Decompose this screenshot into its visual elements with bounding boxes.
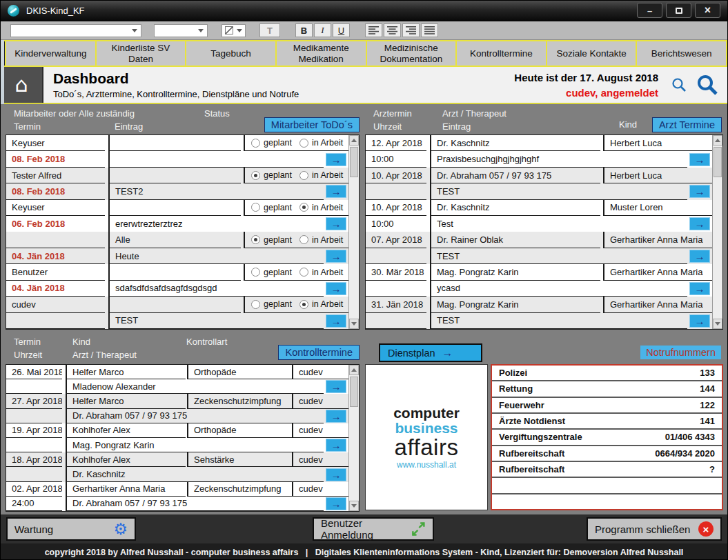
programm-schliessen-button[interactable]: Programm schließen: [587, 517, 722, 541]
scroll-up-icon[interactable]: [349, 135, 359, 146]
tab-kontrolltermine[interactable]: Kontrolltermine: [457, 41, 547, 66]
open-todo-arrow-button[interactable]: [326, 185, 346, 198]
entry-field[interactable]: TEST: [110, 313, 324, 329]
notruf-row: Feuerwehr122: [492, 398, 722, 414]
scroll-thumb[interactable]: [350, 147, 358, 177]
open-arzt-arrow-button[interactable]: [689, 314, 710, 328]
minimize-icon[interactable]: [637, 3, 662, 18]
scrollbar[interactable]: [348, 365, 359, 511]
termin-date-cell: 19. Apr 2018: [6, 423, 62, 438]
radio-in-arbeit[interactable]: [299, 268, 308, 277]
open-todo-arrow-button[interactable]: [326, 153, 346, 166]
radio-geplant[interactable]: [251, 235, 260, 244]
close-icon[interactable]: [695, 3, 720, 18]
radio-in-arbeit[interactable]: [299, 300, 308, 309]
tab-kinderliste-sv-daten[interactable]: Kinderliste SV Daten: [97, 41, 187, 66]
radio-geplant[interactable]: [251, 203, 260, 212]
tab-tagebuch[interactable]: Tagebuch: [186, 41, 277, 66]
eintrag-cell[interactable]: TEST: [431, 313, 687, 329]
kind-cell: Gerhartiker Anna Maria: [67, 482, 186, 497]
eintrag-cell[interactable]: Test: [431, 216, 687, 232]
radio-in-arbeit[interactable]: [299, 235, 308, 244]
scrollbar[interactable]: [348, 135, 359, 329]
radio-in-arbeit[interactable]: [299, 171, 308, 180]
entry-field[interactable]: Heute: [110, 248, 324, 264]
open-todo-arrow-button[interactable]: [326, 250, 346, 263]
scroll-down-icon[interactable]: [349, 319, 359, 329]
wartung-button[interactable]: Wartung: [6, 517, 136, 541]
tab-kinderverwaltung[interactable]: Kinderverwaltung: [5, 41, 97, 66]
eintrag-cell[interactable]: Praxisbesuchgjhgjhgjhghf: [431, 151, 687, 167]
align-right-button[interactable]: [402, 23, 420, 37]
open-kontroll-arrow-button[interactable]: [326, 497, 346, 510]
entry-field[interactable]: [110, 151, 324, 167]
scroll-up-icon[interactable]: [349, 365, 359, 375]
open-kontroll-arrow-button[interactable]: [326, 439, 346, 452]
arzt-cell: Mag. Pongratz Karin: [431, 264, 600, 280]
align-justify-button[interactable]: [421, 23, 438, 37]
open-todo-arrow-button[interactable]: [326, 314, 346, 328]
termin-date-cell: [6, 313, 105, 329]
font-size-select[interactable]: [154, 24, 208, 37]
entry-top-field[interactable]: [110, 200, 241, 216]
font-color-picker[interactable]: [222, 24, 246, 37]
entry-top-field[interactable]: Alle: [110, 232, 241, 248]
mitarbeiter-todos-button[interactable]: Mitarbeiter ToDo´s: [264, 117, 360, 132]
eintrag-cell[interactable]: ycasd: [431, 281, 687, 297]
dienstplan-button[interactable]: Dienstplan: [379, 343, 482, 362]
notruf-panel: Polizei133 Rettung144 Feuerwehr122 Ärzte…: [491, 364, 723, 510]
eintrag-cell[interactable]: TEST: [431, 183, 687, 199]
search-small-icon[interactable]: [671, 77, 687, 93]
open-kontroll-arrow-button[interactable]: [326, 380, 346, 393]
align-left-button[interactable]: [365, 23, 382, 37]
tab-soziale-kontakte[interactable]: Soziale Kontakte: [547, 41, 638, 66]
open-arzt-arrow-button[interactable]: [689, 250, 710, 263]
kontrolltermine-button[interactable]: Kontrolltermine: [278, 345, 360, 360]
open-kontroll-arrow-button[interactable]: [326, 468, 346, 481]
entry-top-field[interactable]: [110, 135, 241, 151]
scrollbar[interactable]: [712, 135, 722, 329]
tab-berichtswesen[interactable]: Berichtswesen: [637, 41, 727, 66]
open-todo-arrow-button[interactable]: [326, 217, 346, 230]
scroll-thumb[interactable]: [714, 147, 722, 177]
open-arzt-arrow-button[interactable]: [689, 282, 710, 295]
radio-geplant[interactable]: [251, 139, 260, 148]
open-todo-arrow-button[interactable]: [326, 282, 346, 295]
align-center-button[interactable]: [384, 23, 401, 37]
user-cell: cudev: [292, 423, 348, 438]
maximize-icon[interactable]: [666, 3, 691, 18]
entry-top-field[interactable]: [110, 297, 241, 312]
open-arzt-arrow-button[interactable]: [689, 153, 710, 166]
radio-in-arbeit[interactable]: [299, 139, 308, 148]
notruf-number: 01/406 4343: [665, 432, 715, 442]
home-icon[interactable]: [1, 67, 43, 103]
radio-geplant[interactable]: [251, 171, 260, 180]
benutzer-anmeldung-button[interactable]: Benutzer Anmeldung: [313, 517, 434, 541]
text-color-button[interactable]: T: [259, 23, 280, 37]
italic-button[interactable]: I: [314, 23, 331, 37]
entry-field[interactable]: TEST2: [110, 183, 324, 199]
search-large-icon[interactable]: [696, 73, 719, 97]
scroll-up-icon[interactable]: [713, 135, 722, 146]
radio-geplant[interactable]: [251, 268, 260, 277]
scroll-down-icon[interactable]: [349, 501, 359, 511]
tab-medikamente-medikation[interactable]: Medikamente Medikation: [277, 41, 367, 66]
entry-field[interactable]: sdafsdfdsafdsagfdsgdsgd: [110, 281, 324, 297]
scroll-thumb[interactable]: [350, 377, 358, 407]
open-kontroll-arrow-button[interactable]: [326, 410, 346, 423]
radio-in-arbeit[interactable]: [299, 203, 308, 212]
arzt-termine-button[interactable]: Arzt Termine: [652, 117, 722, 132]
eintrag-cell[interactable]: TEST: [431, 248, 687, 264]
kontroll-row: 26. Mai 2018 Helfer MarcoOrthopädecudev …: [6, 365, 348, 394]
bold-button[interactable]: B: [295, 23, 313, 37]
open-arzt-arrow-button[interactable]: [689, 217, 710, 230]
open-arzt-arrow-button[interactable]: [689, 185, 710, 198]
font-family-select[interactable]: [10, 24, 141, 37]
scroll-down-icon[interactable]: [713, 319, 722, 329]
tab-medizinische-dokumentation[interactable]: Medizinische Dokumentation: [367, 41, 458, 66]
entry-top-field[interactable]: [110, 264, 241, 280]
entry-field[interactable]: ererwtrezterztrez: [110, 216, 324, 232]
underline-button[interactable]: U: [333, 23, 350, 37]
radio-geplant[interactable]: [251, 300, 260, 309]
entry-top-field[interactable]: [110, 168, 241, 183]
